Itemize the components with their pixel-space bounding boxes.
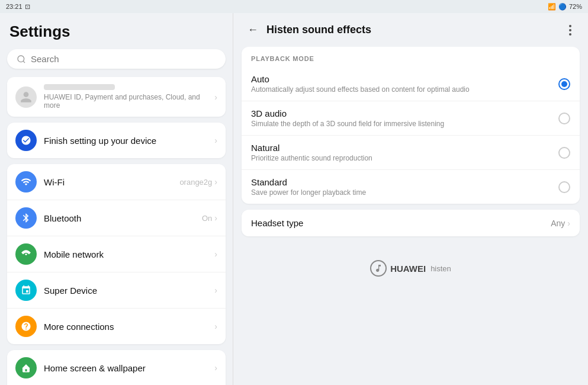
more-dot-2 [569,29,571,31]
more-dot-3 [569,33,571,36]
mobile-network-label: Mobile network [44,249,214,259]
wifi-item[interactable]: Wi-Fi orange2g › [7,164,226,200]
mobile-network-icon [15,243,37,265]
super-device-icon [15,280,37,301]
more-connections-text: More connections [44,322,214,332]
search-bar[interactable] [7,49,226,69]
playback-standard-radio[interactable] [558,181,570,193]
left-panel: Settings HUAWEI ID, Payment and purchase… [0,13,233,385]
bluetooth-value: On [202,214,212,223]
headset-type-chevron: › [567,219,570,228]
huawei-brand-label: HUAWEI [390,264,426,274]
headset-type-value: Any [551,219,565,228]
account-text: HUAWEI ID, Payment and purchases, Cloud,… [44,84,214,110]
account-item[interactable]: HUAWEI ID, Payment and purchases, Cloud,… [7,77,226,117]
wifi-status-icon: 🔵 [558,3,567,11]
status-bar-right: 📶 🔵 72% [548,3,582,11]
playback-3d-radio[interactable] [558,113,570,124]
playback-auto-text: Auto Automatically adjust sound effects … [251,74,558,94]
bluetooth-chevron: › [214,213,217,223]
finish-setup-label: Finish setting up your device [44,136,214,146]
back-button[interactable]: ← [245,21,261,38]
mobile-network-right: › [214,249,217,259]
playback-standard-title: Standard [251,177,558,187]
avatar [15,86,37,108]
histen-branding: HUAWEI histen [242,248,580,288]
more-connections-right: › [214,322,217,331]
wifi-value-group: orange2g › [179,177,217,187]
playback-auto-radio[interactable] [558,78,570,90]
home-screen-icon [15,357,37,378]
playback-mode-card: PLAYBACK MODE Auto Automatically adjust … [242,47,580,204]
playback-natural-item[interactable]: Natural Prioritize authentic sound repro… [242,136,580,170]
svg-line-1 [23,61,25,63]
playback-auto-desc: Automatically adjust sound effects based… [251,85,558,94]
mobile-network-chevron: › [214,249,217,259]
personalization-card: Home screen & wallpaper › Display & brig… [7,350,226,385]
playback-natural-radio[interactable] [558,147,570,159]
more-connections-icon [15,316,37,337]
playback-auto-item[interactable]: Auto Automatically adjust sound effects … [242,67,580,101]
account-sublabel: HUAWEI ID, Payment and purchases, Cloud,… [44,93,214,110]
playback-standard-item[interactable]: Standard Save power for longer playback … [242,170,580,204]
super-device-label: Super Device [44,285,214,296]
more-connections-item[interactable]: More connections › [7,309,226,344]
playback-natural-text: Natural Prioritize authentic sound repro… [251,143,558,162]
playback-mode-label: PLAYBACK MODE [242,47,580,67]
bluetooth-text: Bluetooth [44,213,202,223]
bluetooth-label: Bluetooth [44,213,202,223]
status-bar: 23:21 ⊡ 📶 🔵 72% [0,0,588,13]
right-content: PLAYBACK MODE Auto Automatically adjust … [233,47,588,385]
bluetooth-icon [15,207,37,229]
finish-setup-icon [15,130,37,151]
home-screen-text: Home screen & wallpaper [44,363,214,373]
super-device-item[interactable]: Super Device › [7,272,226,309]
playback-3d-item[interactable]: 3D audio Simulate the depth of a 3D soun… [242,101,580,136]
playback-natural-desc: Prioritize authentic sound reproduction [251,154,558,162]
finish-setup-chevron: › [214,136,217,145]
more-dot-1 [569,25,571,27]
home-screen-item[interactable]: Home screen & wallpaper › [7,350,226,385]
histen-brand-label: histen [430,264,451,273]
wifi-text: Wi-Fi [44,177,179,187]
account-card: HUAWEI ID, Payment and purchases, Cloud,… [7,77,226,117]
playback-3d-text: 3D audio Simulate the depth of a 3D soun… [251,108,558,128]
bluetooth-value-group: On › [202,213,217,223]
mobile-network-text: Mobile network [44,249,214,259]
status-bar-left: 23:21 ⊡ [6,3,30,11]
right-header: ← Histen sound effects [233,13,588,47]
mobile-network-item[interactable]: Mobile network › [7,236,226,272]
time-display: 23:21 [6,3,23,10]
right-panel-title: Histen sound effects [266,24,371,36]
right-panel: ← Histen sound effects PLAYBACK MODE Aut… [233,13,588,385]
playback-3d-title: 3D audio [251,108,558,118]
super-device-chevron: › [214,285,217,295]
finish-setup-card: Finish setting up your device › [7,123,226,158]
signal-icon: 📶 [548,3,556,11]
playback-3d-desc: Simulate the depth of a 3D sound field f… [251,120,558,128]
super-device-text: Super Device [44,285,214,296]
svg-point-0 [18,56,24,62]
playback-standard-desc: Save power for longer playback time [251,188,558,197]
finish-setup-item[interactable]: Finish setting up your device › [7,123,226,158]
wifi-label: Wi-Fi [44,177,179,187]
headset-type-card: Headset type Any › [242,210,580,236]
more-connections-label: More connections [44,322,214,332]
battery-display: 72% [569,3,582,10]
home-screen-chevron: › [214,363,217,373]
main-layout: Settings HUAWEI ID, Payment and purchase… [0,13,588,385]
wifi-value: orange2g [179,178,212,187]
playback-natural-title: Natural [251,143,558,153]
search-input[interactable] [31,54,216,64]
account-chevron: › [214,92,217,102]
search-icon [17,54,26,64]
more-options-button[interactable] [564,23,576,38]
radio-inner-auto [561,81,567,87]
super-device-right: › [214,285,217,295]
more-connections-chevron: › [214,322,217,331]
bluetooth-item[interactable]: Bluetooth On › [7,200,226,236]
headset-type-item[interactable]: Headset type Any › [242,210,580,236]
home-screen-label: Home screen & wallpaper [44,363,214,373]
finish-setup-text: Finish setting up your device [44,136,214,146]
playback-auto-title: Auto [251,74,558,84]
